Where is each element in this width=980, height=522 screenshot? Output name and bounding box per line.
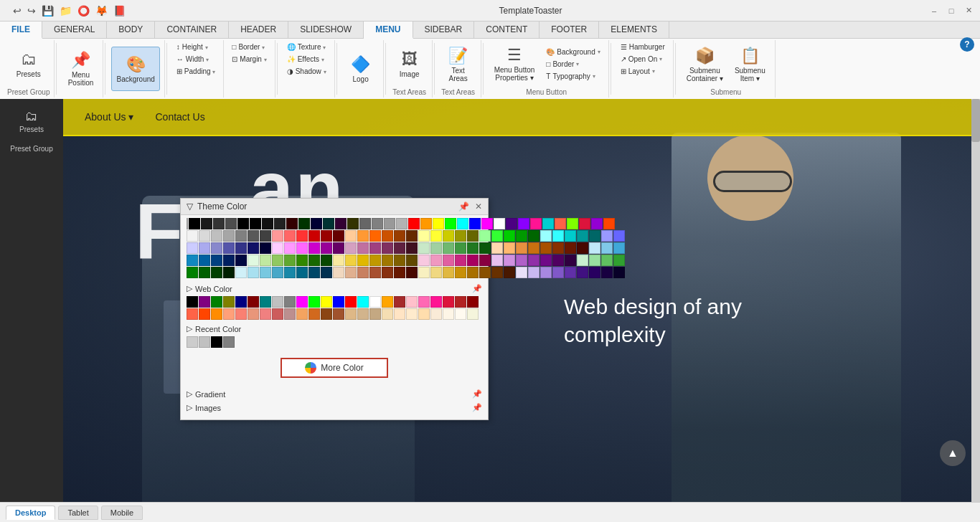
- sc15[interactable]: [357, 230, 369, 242]
- ww9[interactable]: [284, 308, 296, 320]
- swatch-white[interactable]: [494, 218, 505, 229]
- frc28[interactable]: [516, 267, 527, 278]
- frc22[interactable]: [443, 267, 454, 278]
- sc18[interactable]: [394, 230, 405, 242]
- ww21[interactable]: [430, 308, 442, 320]
- sc7[interactable]: [260, 230, 271, 242]
- frc10[interactable]: [296, 267, 308, 278]
- frc4[interactable]: [223, 267, 235, 278]
- ws15[interactable]: [357, 296, 369, 308]
- extra-btn[interactable]: 📕: [112, 5, 127, 16]
- menu-position-button[interactable]: 📌 MenuPosition: [62, 47, 98, 91]
- tab-tablet[interactable]: Tablet: [58, 506, 98, 520]
- sc8[interactable]: [272, 230, 283, 242]
- sc10[interactable]: [296, 230, 308, 242]
- swatch-gr4[interactable]: [396, 218, 407, 229]
- ws3[interactable]: [211, 296, 222, 308]
- frc3[interactable]: [211, 267, 222, 278]
- sc4[interactable]: [223, 230, 235, 242]
- tc3[interactable]: [211, 242, 222, 254]
- ww17[interactable]: [382, 308, 393, 320]
- swatch-black[interactable]: [189, 218, 200, 229]
- transparent-swatch[interactable]: [187, 218, 188, 229]
- tc1[interactable]: [187, 242, 198, 254]
- shadow-button[interactable]: ◑ Shadow ▾: [283, 66, 330, 77]
- fc28[interactable]: [516, 255, 527, 266]
- tab-mobile[interactable]: Mobile: [101, 506, 143, 520]
- tc24[interactable]: [467, 242, 479, 254]
- tc18[interactable]: [394, 242, 405, 254]
- tab-elements[interactable]: ELEMENTS: [599, 22, 669, 38]
- swatch-dark3[interactable]: [225, 218, 237, 229]
- fc7[interactable]: [260, 255, 271, 266]
- tc28[interactable]: [516, 242, 527, 254]
- fc14[interactable]: [345, 255, 357, 266]
- frc20[interactable]: [418, 267, 430, 278]
- rec3[interactable]: [211, 336, 222, 348]
- sc31[interactable]: [552, 230, 564, 242]
- redo-btn[interactable]: ↪: [26, 5, 37, 16]
- tc2[interactable]: [199, 242, 210, 254]
- fc3[interactable]: [211, 255, 222, 266]
- swatch-yellow[interactable]: [433, 218, 444, 229]
- fc23[interactable]: [455, 255, 466, 266]
- tc8[interactable]: [272, 242, 283, 254]
- ws8[interactable]: [272, 296, 283, 308]
- swatch-dark1[interactable]: [201, 218, 212, 229]
- sc11[interactable]: [308, 230, 320, 242]
- layout-button[interactable]: ⊞ Layout ▾: [617, 66, 659, 77]
- rec1[interactable]: [187, 336, 198, 348]
- ws12[interactable]: [321, 296, 332, 308]
- frc36[interactable]: [613, 267, 625, 278]
- fc31[interactable]: [552, 255, 564, 266]
- frc12[interactable]: [321, 267, 332, 278]
- frc11[interactable]: [308, 267, 320, 278]
- help-button[interactable]: ?: [960, 37, 974, 52]
- effects-button[interactable]: ✨ Effects ▾: [283, 54, 328, 65]
- frc32[interactable]: [565, 267, 576, 278]
- ws4[interactable]: [223, 296, 235, 308]
- fc30[interactable]: [540, 255, 552, 266]
- swatch-lime[interactable]: [445, 218, 456, 229]
- nav-contact[interactable]: Contact Us: [155, 111, 204, 123]
- tc35[interactable]: [601, 242, 613, 254]
- ww8[interactable]: [272, 308, 283, 320]
- fc18[interactable]: [394, 255, 405, 266]
- sc24[interactable]: [467, 230, 479, 242]
- submenu-container-button[interactable]: 📦 SubmenuContainer ▾: [682, 42, 728, 87]
- fc9[interactable]: [284, 255, 296, 266]
- images-section-header[interactable]: ▷ Images 📌: [181, 400, 488, 414]
- frc27[interactable]: [504, 267, 515, 278]
- fc15[interactable]: [357, 255, 369, 266]
- tab-body[interactable]: BODY: [107, 22, 155, 38]
- fc33[interactable]: [577, 255, 588, 266]
- fc26[interactable]: [491, 255, 503, 266]
- tc30[interactable]: [540, 242, 552, 254]
- sc16[interactable]: [369, 230, 381, 242]
- popup-pin-icon[interactable]: 📌: [458, 201, 469, 212]
- swatch-gr1[interactable]: [359, 218, 371, 229]
- rec2[interactable]: [199, 336, 210, 348]
- refresh-btn[interactable]: ⭕: [76, 5, 91, 16]
- mb-border-button[interactable]: □ Border ▾: [542, 59, 603, 70]
- frc17[interactable]: [382, 267, 393, 278]
- ws16[interactable]: [369, 296, 381, 308]
- swatch-b3[interactable]: [262, 218, 273, 229]
- ws1[interactable]: [187, 296, 198, 308]
- frc6[interactable]: [248, 267, 259, 278]
- swatch-cyan[interactable]: [457, 218, 468, 229]
- swatch-blue[interactable]: [469, 218, 481, 229]
- swatch-orange[interactable]: [420, 218, 432, 229]
- ww2[interactable]: [199, 308, 210, 320]
- fc17[interactable]: [382, 255, 393, 266]
- frc24[interactable]: [467, 267, 479, 278]
- fc36[interactable]: [613, 255, 625, 266]
- tc4[interactable]: [223, 242, 235, 254]
- sc36[interactable]: [613, 230, 625, 242]
- scrollbar-thumb[interactable]: [971, 99, 980, 142]
- frc31[interactable]: [552, 267, 564, 278]
- sc33[interactable]: [577, 230, 588, 242]
- fc27[interactable]: [504, 255, 515, 266]
- open-on-button[interactable]: ↗ Open On ▾: [617, 54, 666, 65]
- fc34[interactable]: [589, 255, 600, 266]
